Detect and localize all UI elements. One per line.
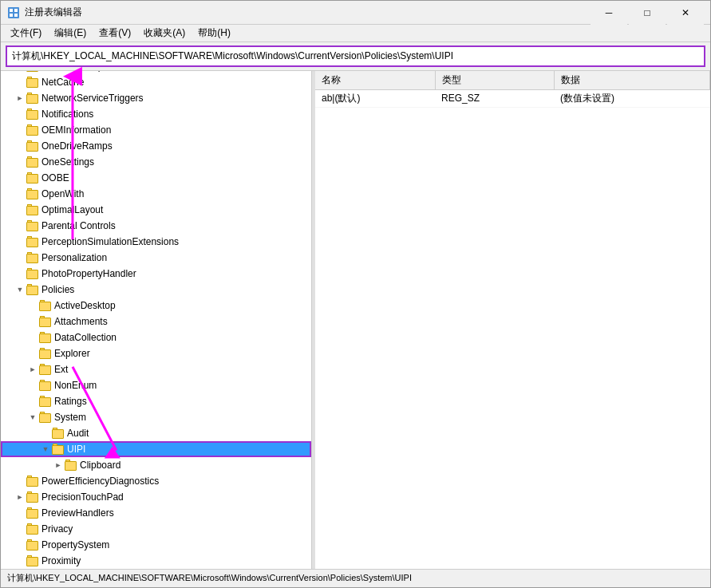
tree-label-networkservice: NetworkServiceTriggers bbox=[41, 93, 144, 104]
tree-toggle-uipi[interactable]: ▼ bbox=[39, 441, 52, 457]
folder-icon-proximity bbox=[26, 554, 39, 567]
tree-toggle-perceptionsim bbox=[14, 234, 26, 250]
tree-item-openwith[interactable]: OpenWith bbox=[1, 186, 311, 202]
folder-icon-uipi bbox=[52, 443, 65, 456]
tree-item-powerefficiency[interactable]: PowerEfficiencyDiagnostics bbox=[1, 473, 311, 489]
address-bar[interactable]: 计算机\HKEY_LOCAL_MACHINE\SOFTWARE\Microsof… bbox=[6, 45, 705, 67]
tree-item-netcache[interactable]: NetCache bbox=[1, 74, 311, 90]
tree-toggle-precisiontouchpad[interactable]: ► bbox=[14, 489, 26, 505]
col-name: 名称 bbox=[315, 71, 435, 90]
tree-label-oobe: OOBE bbox=[41, 172, 69, 184]
folder-icon-onedriverams bbox=[26, 140, 39, 152]
folder-icon-ext bbox=[39, 363, 52, 376]
close-button[interactable]: ✕ bbox=[667, 1, 704, 25]
status-text: 计算机\HKEY_LOCAL_MACHINE\SOFTWARE\Microsof… bbox=[7, 572, 412, 584]
folder-icon-precisiontouchpad bbox=[26, 491, 39, 503]
status-bar: 计算机\HKEY_LOCAL_MACHINE\SOFTWARE\Microsof… bbox=[1, 569, 710, 587]
tree-panel[interactable]: ►MimiDevices►NcdAutoSetupNetCache►Networ… bbox=[1, 71, 312, 569]
tree-toggle-clipboard[interactable]: ► bbox=[52, 457, 65, 473]
minimize-button[interactable]: ─ bbox=[591, 1, 627, 25]
tree-toggle-ext[interactable]: ► bbox=[26, 361, 39, 377]
tree-item-clipboard[interactable]: ►Clipboard bbox=[1, 457, 311, 473]
tree-label-uipi: UIPI bbox=[67, 444, 85, 455]
menu-file[interactable]: 文件(F) bbox=[4, 25, 48, 41]
menu-edit[interactable]: 编辑(E) bbox=[48, 25, 93, 41]
tree-item-onesettings[interactable]: OneSettings bbox=[1, 154, 311, 170]
tree-toggle-propertysystem bbox=[14, 537, 26, 553]
tree-toggle-networkservice[interactable]: ► bbox=[14, 90, 26, 106]
tree-toggle-ratings bbox=[26, 393, 39, 409]
tree-toggle-datacollection bbox=[26, 330, 39, 345]
tree-item-attachments[interactable]: Attachments bbox=[1, 314, 311, 330]
tree-label-explorer: Explorer bbox=[54, 348, 90, 359]
tree-toggle-optimallayout bbox=[14, 202, 26, 218]
tree-item-explorer[interactable]: Explorer bbox=[1, 345, 311, 361]
tree-item-propertysystem[interactable]: PropertySystem bbox=[1, 537, 311, 553]
tree-item-photoproperty[interactable]: PhotoPropertyHandler bbox=[1, 266, 311, 282]
tree-toggle-policies[interactable]: ▼ bbox=[14, 282, 26, 298]
tree-label-oeminfo: OEMInformation bbox=[41, 124, 111, 136]
tree-item-ratings[interactable]: Ratings bbox=[1, 393, 311, 409]
tree-item-personalization[interactable]: Personalization bbox=[1, 250, 311, 266]
tree-toggle-system[interactable]: ▼ bbox=[26, 409, 39, 425]
tree-label-nonenum: NonEnum bbox=[54, 380, 97, 391]
tree-item-ext[interactable]: ►Ext bbox=[1, 361, 311, 377]
tree-item-activedesktop[interactable]: ActiveDesktop bbox=[1, 298, 311, 314]
folder-icon-powerefficiency bbox=[26, 475, 39, 487]
tree-item-parentalcontrols[interactable]: Parental Controls bbox=[1, 218, 311, 234]
tree-item-networkservice[interactable]: ►NetworkServiceTriggers bbox=[1, 90, 311, 106]
tree-item-system[interactable]: ▼System bbox=[1, 409, 311, 425]
tree-label-proximity: Proximity bbox=[41, 555, 81, 566]
tree-label-audit: Audit bbox=[67, 428, 89, 439]
tree-toggle-photoproperty bbox=[14, 266, 26, 282]
tree-item-previewhandlers[interactable]: PreviewHandlers bbox=[1, 505, 311, 521]
tree-item-oobe[interactable]: OOBE bbox=[1, 170, 311, 186]
tree-label-personalization: Personalization bbox=[41, 252, 107, 263]
folder-icon-nonenum bbox=[39, 379, 52, 392]
menu-bar: 文件(F) 编辑(E) 查看(V) 收藏夹(A) 帮助(H) bbox=[1, 25, 710, 42]
tree-item-audit[interactable]: Audit bbox=[1, 425, 311, 441]
tree-label-policies: Policies bbox=[41, 284, 74, 295]
tree-item-optimallayout[interactable]: OptimalLayout bbox=[1, 202, 311, 218]
tree-label-privacy: Privacy bbox=[41, 523, 73, 535]
cell-name: ab|(默认) bbox=[315, 89, 435, 107]
tree-item-perceptionsim[interactable]: PerceptionSimulationExtensions bbox=[1, 234, 311, 250]
menu-favorites[interactable]: 收藏夹(A) bbox=[137, 25, 192, 41]
registry-table: 名称 类型 数据 ab|(默认)REG_SZ(数值未设置) bbox=[315, 71, 710, 108]
address-path: 计算机\HKEY_LOCAL_MACHINE\SOFTWARE\Microsof… bbox=[12, 49, 453, 63]
tree-label-onesettings: OneSettings bbox=[41, 156, 94, 168]
registry-editor-window: 注册表编辑器 ─ □ ✕ 文件(F) 编辑(E) 查看(V) 收藏夹(A) 帮助… bbox=[0, 0, 711, 588]
tree-item-uipi[interactable]: ▼UIPI bbox=[1, 441, 311, 457]
tree-label-ratings: Ratings bbox=[54, 396, 87, 407]
tree-toggle-activedesktop bbox=[26, 298, 39, 314]
tree-item-onedriverams[interactable]: OneDriveRamps bbox=[1, 138, 311, 154]
svg-rect-2 bbox=[14, 9, 18, 12]
maximize-button[interactable]: □ bbox=[629, 1, 666, 25]
tree-item-datacollection[interactable]: DataCollection bbox=[1, 330, 311, 345]
table-row[interactable]: ab|(默认)REG_SZ(数值未设置) bbox=[315, 89, 710, 107]
tree-item-notifications[interactable]: Notifications bbox=[1, 106, 311, 122]
folder-icon-parentalcontrols bbox=[26, 219, 39, 232]
tree-toggle-powerefficiency bbox=[14, 473, 26, 489]
tree-item-privacy[interactable]: Privacy bbox=[1, 521, 311, 537]
tree-item-proximity[interactable]: Proximity bbox=[1, 553, 311, 569]
cell-data: (数值未设置) bbox=[554, 89, 710, 107]
tree-item-oeminfo[interactable]: OEMInformation bbox=[1, 122, 311, 138]
menu-help[interactable]: 帮助(H) bbox=[192, 25, 237, 41]
tree-item-policies[interactable]: ▼Policies bbox=[1, 282, 311, 298]
tree-label-photoproperty: PhotoPropertyHandler bbox=[41, 268, 136, 279]
tree-toggle-onesettings bbox=[14, 154, 26, 170]
tree-toggle-oobe bbox=[14, 170, 26, 186]
tree-toggle-nonenum bbox=[26, 377, 39, 393]
folder-icon-ncdauto bbox=[26, 71, 39, 73]
folder-icon-perceptionsim bbox=[26, 235, 39, 248]
folder-icon-activedesktop bbox=[39, 299, 52, 312]
tree-item-nonenum[interactable]: NonEnum bbox=[1, 377, 311, 393]
folder-icon-datacollection bbox=[39, 331, 52, 344]
menu-view[interactable]: 查看(V) bbox=[93, 25, 137, 41]
tree-toggle-openwith bbox=[14, 186, 26, 202]
title-bar: 注册表编辑器 ─ □ ✕ bbox=[1, 1, 710, 25]
folder-icon-notifications bbox=[26, 108, 39, 120]
tree-item-precisiontouchpad[interactable]: ►PrecisionTouchPad bbox=[1, 489, 311, 505]
tree-label-parentalcontrols: Parental Controls bbox=[41, 220, 116, 231]
